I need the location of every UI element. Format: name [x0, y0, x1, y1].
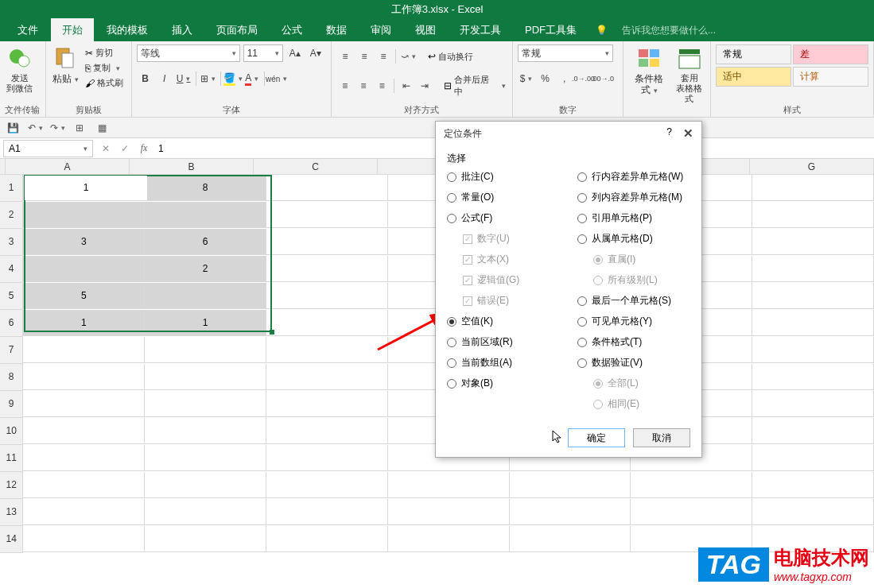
table-format-button[interactable]: 套用 表格格式 [673, 44, 705, 106]
save-button[interactable]: 💾 [5, 120, 21, 136]
cell[interactable] [752, 364, 874, 390]
underline-button[interactable]: U▾ [175, 70, 192, 87]
radio-data-validation[interactable]: 数据验证(V) [577, 356, 690, 369]
tab-mytemplates[interactable]: 我的模板 [95, 18, 159, 42]
align-middle-button[interactable]: ≡ [355, 48, 373, 65]
tab-review[interactable]: 审阅 [359, 18, 402, 42]
cell[interactable] [510, 526, 631, 552]
row-header[interactable]: 6 [0, 310, 23, 337]
cell[interactable] [631, 499, 752, 525]
cell[interactable] [752, 391, 874, 417]
row-header[interactable]: 2 [0, 202, 23, 229]
cell[interactable] [145, 499, 266, 525]
cell[interactable] [752, 337, 874, 363]
increase-decimal-button[interactable]: .0→.00 [575, 70, 592, 87]
dialog-help-button[interactable]: ? [666, 126, 672, 141]
tellme-input[interactable]: 告诉我您想要做什么... [622, 24, 716, 37]
cell[interactable] [266, 445, 388, 471]
row-header[interactable]: 10 [0, 418, 23, 445]
cell[interactable] [266, 175, 388, 201]
style-good[interactable]: 适中 [716, 67, 791, 87]
cell[interactable] [752, 283, 874, 309]
cell[interactable]: 2 [145, 256, 266, 282]
increase-indent-button[interactable]: ⇥ [416, 77, 433, 95]
qat-btn1[interactable]: ⊞ [72, 120, 87, 136]
tab-developer[interactable]: 开发工具 [449, 18, 512, 42]
redo-button[interactable]: ↷▾ [49, 120, 65, 136]
cell[interactable] [266, 310, 388, 336]
cell[interactable] [266, 337, 388, 363]
row-header[interactable]: 4 [0, 256, 23, 283]
currency-button[interactable]: $▾ [518, 70, 535, 87]
comma-button[interactable]: , [556, 70, 573, 87]
cell[interactable] [23, 391, 145, 417]
name-box[interactable]: A1▾ [3, 140, 93, 157]
radio-precedents[interactable]: 引用单元格(P) [577, 211, 690, 225]
cell[interactable] [266, 499, 388, 525]
cell[interactable] [266, 283, 388, 309]
cell[interactable] [145, 364, 266, 390]
style-bad[interactable]: 差 [793, 44, 868, 64]
cell[interactable] [266, 202, 388, 228]
cell[interactable] [23, 202, 145, 228]
cell[interactable] [266, 364, 388, 390]
radio-last-cell[interactable]: 最后一个单元格(S) [577, 294, 690, 308]
align-bottom-button[interactable]: ≡ [375, 48, 392, 65]
font-color-button[interactable]: A▾ [243, 70, 261, 87]
cell[interactable] [23, 499, 145, 525]
font-name-combo[interactable]: 等线▾ [137, 44, 240, 62]
cell[interactable] [266, 472, 388, 498]
style-calc[interactable]: 计算 [793, 67, 868, 87]
cell[interactable] [388, 526, 510, 552]
cell[interactable] [145, 418, 266, 444]
row-header[interactable]: 11 [0, 445, 23, 472]
send-wechat-button[interactable]: 发送 到微信 [5, 44, 34, 95]
row-header[interactable]: 8 [0, 364, 23, 391]
decrease-font-button[interactable]: A▾ [307, 44, 324, 62]
row-header[interactable]: 9 [0, 391, 23, 418]
cell[interactable] [388, 499, 510, 525]
select-all-corner[interactable] [0, 159, 6, 175]
percent-button[interactable]: % [537, 70, 554, 87]
cell[interactable]: 3 [23, 229, 145, 255]
cut-button[interactable]: ✂剪切 [84, 46, 125, 60]
align-center-button[interactable]: ≡ [355, 77, 371, 95]
radio-cond-format[interactable]: 条件格式(T) [577, 335, 690, 349]
increase-font-button[interactable]: A▴ [286, 44, 304, 62]
cell[interactable]: 1 [145, 310, 266, 336]
orientation-button[interactable]: ⤻▾ [399, 48, 417, 65]
cell[interactable] [145, 283, 266, 309]
cell[interactable] [752, 310, 874, 336]
cell[interactable] [23, 256, 145, 282]
cancel-formula-button[interactable]: ✕ [96, 140, 115, 157]
radio-comments[interactable]: 批注(C) [447, 170, 560, 184]
cell[interactable]: 8 [145, 175, 266, 201]
cell[interactable] [266, 391, 388, 417]
tab-insert[interactable]: 插入 [161, 18, 204, 42]
radio-col-diff[interactable]: 列内容差异单元格(M) [577, 191, 690, 204]
tab-view[interactable]: 视图 [404, 18, 447, 42]
qat-btn2[interactable]: ▦ [94, 120, 110, 136]
row-header[interactable]: 7 [0, 337, 23, 364]
decrease-decimal-button[interactable]: .00→.0 [594, 70, 612, 87]
row-header[interactable]: 3 [0, 229, 23, 256]
cell[interactable]: 5 [23, 283, 145, 309]
align-top-button[interactable]: ≡ [336, 48, 354, 65]
wrap-text-button[interactable]: ↩自动换行 [426, 50, 475, 64]
align-right-button[interactable]: ≡ [374, 77, 390, 95]
cell[interactable] [752, 256, 874, 282]
column-header[interactable]: A [6, 159, 130, 175]
ok-button[interactable]: 确定 [568, 428, 625, 447]
radio-current-array[interactable]: 当前数组(A) [447, 356, 560, 369]
cell[interactable] [23, 364, 145, 390]
enter-formula-button[interactable]: ✓ [115, 140, 134, 157]
row-header[interactable]: 1 [0, 175, 23, 202]
tab-pdf[interactable]: PDF工具集 [514, 18, 588, 42]
cell[interactable] [266, 229, 388, 255]
cell[interactable] [145, 202, 266, 228]
cell[interactable] [145, 337, 266, 363]
column-header[interactable]: G [750, 159, 874, 175]
tab-formulas[interactable]: 公式 [270, 18, 313, 42]
cell[interactable] [145, 391, 266, 417]
radio-dependents[interactable]: 从属单元格(D) [577, 232, 690, 246]
